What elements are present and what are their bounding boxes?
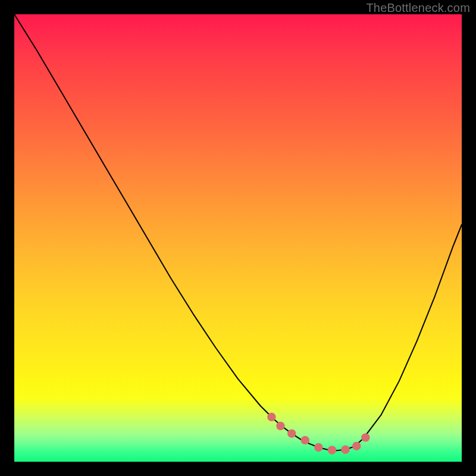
valley-marker — [341, 446, 349, 454]
marker-group — [267, 413, 369, 455]
valley-marker — [276, 422, 284, 430]
valley-marker — [361, 433, 369, 441]
valley-marker — [328, 446, 336, 454]
valley-marker — [267, 413, 275, 421]
valley-marker — [352, 441, 361, 450]
valley-marker — [314, 443, 322, 452]
valley-marker — [287, 429, 296, 437]
watermark-text: TheBottleneck.com — [366, 1, 470, 15]
chart-svg — [14, 14, 462, 462]
bottleneck-curve — [14, 14, 462, 450]
plot-area — [14, 14, 462, 462]
chart-frame: TheBottleneck.com — [0, 0, 476, 476]
valley-marker — [301, 436, 309, 444]
